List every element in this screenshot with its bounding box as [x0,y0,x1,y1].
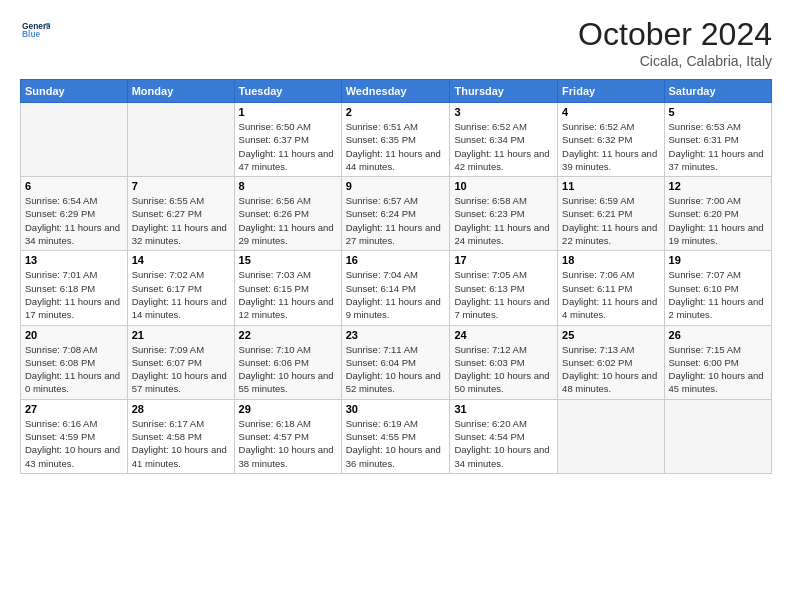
day-cell: 4Sunrise: 6:52 AM Sunset: 6:32 PM Daylig… [558,103,664,177]
day-number: 31 [454,403,553,415]
day-number: 22 [239,329,337,341]
month-title: October 2024 [578,16,772,53]
day-info: Sunrise: 6:19 AM Sunset: 4:55 PM Dayligh… [346,417,446,470]
logo-icon: General Blue [22,16,50,44]
day-info: Sunrise: 7:08 AM Sunset: 6:08 PM Dayligh… [25,343,123,396]
day-cell: 9Sunrise: 6:57 AM Sunset: 6:24 PM Daylig… [341,177,450,251]
day-info: Sunrise: 6:59 AM Sunset: 6:21 PM Dayligh… [562,194,659,247]
day-number: 25 [562,329,659,341]
day-cell: 1Sunrise: 6:50 AM Sunset: 6:37 PM Daylig… [234,103,341,177]
day-number: 2 [346,106,446,118]
day-cell: 27Sunrise: 6:16 AM Sunset: 4:59 PM Dayli… [21,399,128,473]
day-info: Sunrise: 6:52 AM Sunset: 6:32 PM Dayligh… [562,120,659,173]
day-cell: 22Sunrise: 7:10 AM Sunset: 6:06 PM Dayli… [234,325,341,399]
day-cell: 7Sunrise: 6:55 AM Sunset: 6:27 PM Daylig… [127,177,234,251]
day-cell: 24Sunrise: 7:12 AM Sunset: 6:03 PM Dayli… [450,325,558,399]
header-friday: Friday [558,80,664,103]
day-cell: 29Sunrise: 6:18 AM Sunset: 4:57 PM Dayli… [234,399,341,473]
day-cell: 20Sunrise: 7:08 AM Sunset: 6:08 PM Dayli… [21,325,128,399]
day-number: 28 [132,403,230,415]
day-cell: 31Sunrise: 6:20 AM Sunset: 4:54 PM Dayli… [450,399,558,473]
day-cell: 18Sunrise: 7:06 AM Sunset: 6:11 PM Dayli… [558,251,664,325]
day-number: 30 [346,403,446,415]
day-number: 27 [25,403,123,415]
day-number: 3 [454,106,553,118]
day-info: Sunrise: 6:16 AM Sunset: 4:59 PM Dayligh… [25,417,123,470]
page: General Blue October 2024 Cicala, Calabr… [0,0,792,612]
week-row-3: 13Sunrise: 7:01 AM Sunset: 6:18 PM Dayli… [21,251,772,325]
day-info: Sunrise: 7:03 AM Sunset: 6:15 PM Dayligh… [239,268,337,321]
day-cell: 11Sunrise: 6:59 AM Sunset: 6:21 PM Dayli… [558,177,664,251]
day-number: 5 [669,106,767,118]
day-cell: 14Sunrise: 7:02 AM Sunset: 6:17 PM Dayli… [127,251,234,325]
day-number: 11 [562,180,659,192]
header: General Blue October 2024 Cicala, Calabr… [20,16,772,69]
location: Cicala, Calabria, Italy [578,53,772,69]
day-number: 19 [669,254,767,266]
day-info: Sunrise: 6:53 AM Sunset: 6:31 PM Dayligh… [669,120,767,173]
day-info: Sunrise: 6:50 AM Sunset: 6:37 PM Dayligh… [239,120,337,173]
svg-text:Blue: Blue [22,29,40,39]
day-cell: 13Sunrise: 7:01 AM Sunset: 6:18 PM Dayli… [21,251,128,325]
day-cell: 19Sunrise: 7:07 AM Sunset: 6:10 PM Dayli… [664,251,771,325]
day-info: Sunrise: 6:51 AM Sunset: 6:35 PM Dayligh… [346,120,446,173]
day-number: 6 [25,180,123,192]
week-row-5: 27Sunrise: 6:16 AM Sunset: 4:59 PM Dayli… [21,399,772,473]
day-cell: 16Sunrise: 7:04 AM Sunset: 6:14 PM Dayli… [341,251,450,325]
day-number: 10 [454,180,553,192]
day-number: 14 [132,254,230,266]
day-cell: 15Sunrise: 7:03 AM Sunset: 6:15 PM Dayli… [234,251,341,325]
day-info: Sunrise: 7:00 AM Sunset: 6:20 PM Dayligh… [669,194,767,247]
day-cell: 2Sunrise: 6:51 AM Sunset: 6:35 PM Daylig… [341,103,450,177]
day-info: Sunrise: 6:18 AM Sunset: 4:57 PM Dayligh… [239,417,337,470]
day-cell: 28Sunrise: 6:17 AM Sunset: 4:58 PM Dayli… [127,399,234,473]
day-cell: 3Sunrise: 6:52 AM Sunset: 6:34 PM Daylig… [450,103,558,177]
header-tuesday: Tuesday [234,80,341,103]
day-number: 24 [454,329,553,341]
day-cell: 17Sunrise: 7:05 AM Sunset: 6:13 PM Dayli… [450,251,558,325]
day-info: Sunrise: 7:04 AM Sunset: 6:14 PM Dayligh… [346,268,446,321]
day-number: 8 [239,180,337,192]
day-number: 16 [346,254,446,266]
day-info: Sunrise: 7:13 AM Sunset: 6:02 PM Dayligh… [562,343,659,396]
day-info: Sunrise: 7:01 AM Sunset: 6:18 PM Dayligh… [25,268,123,321]
logo: General Blue [20,16,50,48]
day-cell: 30Sunrise: 6:19 AM Sunset: 4:55 PM Dayli… [341,399,450,473]
day-info: Sunrise: 7:15 AM Sunset: 6:00 PM Dayligh… [669,343,767,396]
day-info: Sunrise: 6:57 AM Sunset: 6:24 PM Dayligh… [346,194,446,247]
header-saturday: Saturday [664,80,771,103]
day-cell: 21Sunrise: 7:09 AM Sunset: 6:07 PM Dayli… [127,325,234,399]
calendar: Sunday Monday Tuesday Wednesday Thursday… [20,79,772,474]
day-number: 21 [132,329,230,341]
day-info: Sunrise: 6:20 AM Sunset: 4:54 PM Dayligh… [454,417,553,470]
header-row: Sunday Monday Tuesday Wednesday Thursday… [21,80,772,103]
day-info: Sunrise: 7:05 AM Sunset: 6:13 PM Dayligh… [454,268,553,321]
day-number: 18 [562,254,659,266]
day-info: Sunrise: 7:06 AM Sunset: 6:11 PM Dayligh… [562,268,659,321]
day-info: Sunrise: 7:10 AM Sunset: 6:06 PM Dayligh… [239,343,337,396]
day-cell [127,103,234,177]
day-number: 26 [669,329,767,341]
day-info: Sunrise: 6:17 AM Sunset: 4:58 PM Dayligh… [132,417,230,470]
day-info: Sunrise: 7:07 AM Sunset: 6:10 PM Dayligh… [669,268,767,321]
day-cell [558,399,664,473]
day-info: Sunrise: 7:11 AM Sunset: 6:04 PM Dayligh… [346,343,446,396]
day-cell [21,103,128,177]
day-cell: 26Sunrise: 7:15 AM Sunset: 6:00 PM Dayli… [664,325,771,399]
logo-content: General Blue [20,16,50,48]
header-thursday: Thursday [450,80,558,103]
day-info: Sunrise: 6:54 AM Sunset: 6:29 PM Dayligh… [25,194,123,247]
day-info: Sunrise: 6:56 AM Sunset: 6:26 PM Dayligh… [239,194,337,247]
day-info: Sunrise: 7:12 AM Sunset: 6:03 PM Dayligh… [454,343,553,396]
day-cell: 5Sunrise: 6:53 AM Sunset: 6:31 PM Daylig… [664,103,771,177]
day-number: 17 [454,254,553,266]
day-number: 9 [346,180,446,192]
day-number: 12 [669,180,767,192]
week-row-2: 6Sunrise: 6:54 AM Sunset: 6:29 PM Daylig… [21,177,772,251]
day-number: 23 [346,329,446,341]
header-monday: Monday [127,80,234,103]
header-sunday: Sunday [21,80,128,103]
day-info: Sunrise: 6:52 AM Sunset: 6:34 PM Dayligh… [454,120,553,173]
day-number: 20 [25,329,123,341]
day-cell: 10Sunrise: 6:58 AM Sunset: 6:23 PM Dayli… [450,177,558,251]
